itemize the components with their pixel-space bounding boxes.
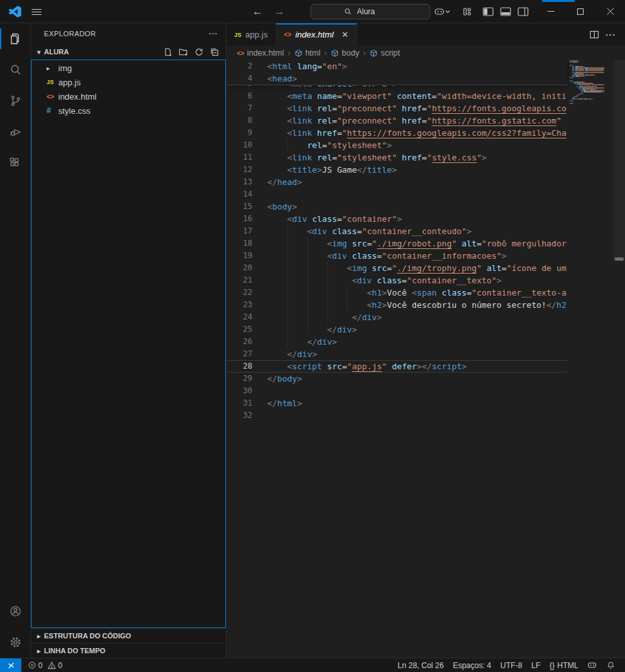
line-number: 11 [226, 151, 252, 164]
code-line-31[interactable]: 31</html> [226, 397, 567, 409]
code-line-21[interactable]: 21 <div class="container__texto"> [226, 274, 567, 287]
code-line-24[interactable]: 24 </div> [226, 311, 567, 323]
language-mode[interactable]: {} HTML [545, 661, 583, 670]
code-line-6[interactable]: 6 <meta name="viewport" content="width=d… [226, 90, 567, 102]
tab-app.js[interactable]: JSapp.js [226, 23, 276, 46]
code-line-9[interactable]: 9 <link href="https://fonts.googleapis.c… [226, 127, 567, 139]
toggle-secondary-sidebar-button[interactable] [514, 3, 532, 20]
code-line-19[interactable]: 19 <div class="container__informacoes"> [226, 250, 567, 262]
breadcrumb-label: body [342, 49, 359, 58]
problems-indicator[interactable]: 0 0 [24, 658, 66, 672]
breadcrumb-item-html[interactable]: html [294, 49, 321, 58]
scrollbar-thumb[interactable] [613, 60, 625, 261]
code-line-20[interactable]: 20 <img src="./img/trophy.png" alt="ícon… [226, 262, 567, 274]
code-line-12[interactable]: 12 <title>JS Game</title> [226, 164, 567, 176]
nav-forward-button[interactable]: → [274, 6, 285, 17]
line-number: 8 [226, 114, 252, 127]
tree-item-style.css[interactable]: #style.css [31, 103, 226, 118]
eol-setting[interactable]: LF [527, 661, 545, 670]
search-input[interactable] [356, 6, 397, 17]
close-window-button[interactable] [595, 0, 625, 23]
notifications-bell-icon[interactable] [602, 661, 620, 670]
menu-hamburger-icon[interactable] [28, 4, 44, 19]
extensions-icon[interactable] [0, 147, 31, 179]
tree-item-index.html[interactable]: <>index.html [31, 89, 226, 103]
settings-gear-icon[interactable] [0, 627, 31, 658]
code-line-29[interactable]: 29</body> [226, 373, 567, 385]
code-line-22[interactable]: 22 <h1>Você <span class="container__text… [226, 287, 567, 299]
code-line-23[interactable]: 23 <h2>Você descobriu o número secreto!<… [226, 299, 567, 311]
code-line-18[interactable]: 18 <img src="./img/robot.png" alt="robô … [226, 237, 567, 250]
code-line-7[interactable]: 7 <link rel="preconnect" href="https://f… [226, 102, 567, 114]
breadcrumb-separator: › [363, 49, 366, 58]
error-icon [28, 661, 36, 669]
line-number: 13 [226, 176, 252, 188]
code-line-13[interactable]: 13</head> [226, 176, 567, 188]
new-folder-button[interactable] [177, 45, 190, 58]
line-number: 9 [226, 127, 252, 139]
vertical-scrollbar[interactable] [613, 60, 625, 658]
source-control-icon[interactable] [0, 85, 31, 116]
code-line-30[interactable]: 30 [226, 385, 567, 397]
close-tab-icon[interactable]: ✕ [342, 30, 349, 39]
editor-more-actions-button[interactable]: ··· [606, 30, 616, 39]
cursor-position[interactable]: Ln 28, Col 26 [393, 661, 448, 670]
collapse-folders-button[interactable] [208, 45, 221, 58]
code-line-17[interactable]: 17 <div class="container__conteudo"> [226, 225, 567, 237]
refresh-button[interactable] [192, 45, 205, 58]
nav-back-button[interactable]: ← [252, 6, 263, 17]
copilot-button[interactable] [431, 3, 454, 20]
css-file-icon: # [47, 106, 51, 115]
timeline-section-label: LINHA DO TEMPO [44, 647, 105, 655]
customize-layout-button[interactable] [459, 3, 476, 20]
indentation-setting[interactable]: Espaços: 4 [448, 661, 496, 670]
copilot-status-icon[interactable] [583, 661, 602, 669]
code-line-4[interactable]: 4<head> [226, 72, 567, 85]
breadcrumb-item-body[interactable]: body [331, 49, 359, 58]
tree-item-app.js[interactable]: JSapp.js [31, 75, 226, 89]
timeline-section[interactable]: ▸ LINHA DO TEMPO [31, 643, 226, 658]
code-line-16[interactable]: 16 <div class="container"> [226, 213, 567, 225]
code-line-10[interactable]: 10 rel="stylesheet"> [226, 139, 567, 151]
account-icon[interactable] [0, 596, 31, 627]
line-number: 22 [226, 287, 252, 299]
search-icon [344, 8, 352, 16]
minimap[interactable] [569, 60, 613, 658]
code-line-26[interactable]: 26 </div> [226, 336, 567, 348]
outline-section[interactable]: ▸ ESTRUTURA DO CÓDIGO [31, 628, 226, 643]
encoding-setting[interactable]: UTF-8 [496, 661, 527, 670]
line-number: 21 [226, 274, 252, 287]
code-line-27[interactable]: 27 </div> [226, 348, 567, 360]
breadcrumb-item-script[interactable]: script [369, 49, 400, 58]
code-line-11[interactable]: 11 <link rel="stylesheet" href="style.cs… [226, 151, 567, 164]
tab-index.html[interactable]: <>index.html✕ [276, 23, 357, 46]
new-file-button[interactable] [161, 45, 174, 58]
sticky-scroll[interactable]: 2<html lang="en">4<head> [226, 60, 567, 85]
search-icon[interactable] [0, 54, 31, 85]
code-line-2[interactable]: 2<html lang="en"> [226, 60, 567, 72]
minimize-button[interactable] [536, 0, 565, 23]
explorer-more-actions-button[interactable]: ··· [209, 30, 218, 38]
command-center-search[interactable] [311, 4, 430, 19]
maximize-button[interactable] [565, 0, 595, 23]
chevron-right-icon: ▸ [34, 647, 44, 655]
code-line-8[interactable]: 8 <link rel="preconnect" href="https://f… [226, 114, 567, 127]
code-line-32[interactable]: 32 [226, 409, 567, 422]
toggle-panel-button[interactable] [497, 3, 514, 20]
file-label: style.css [58, 106, 91, 116]
breadcrumb-item-index.html[interactable]: <>index.html [237, 49, 284, 58]
code-line-25[interactable]: 25 </div> [226, 323, 567, 336]
toggle-primary-sidebar-button[interactable] [479, 3, 497, 20]
remote-indicator[interactable] [0, 658, 21, 672]
tree-item-img[interactable]: ▸img [31, 61, 226, 75]
code-line-15[interactable]: 15<body> [226, 201, 567, 213]
split-editor-button[interactable] [589, 30, 599, 39]
explorer-icon[interactable] [0, 23, 31, 54]
code-editor[interactable]: 5 <meta charset="UTF-8">6 <meta name="vi… [226, 60, 625, 658]
folder-section-alura[interactable]: ▾ ALURA [31, 44, 226, 60]
code-line-28[interactable]: 28 <script src="app.js" defer></script> [226, 360, 567, 373]
run-and-debug-icon[interactable] [0, 116, 31, 147]
line-number: 14 [226, 188, 252, 201]
code-line-14[interactable]: 14 [226, 188, 567, 201]
line-number: 16 [226, 213, 252, 225]
